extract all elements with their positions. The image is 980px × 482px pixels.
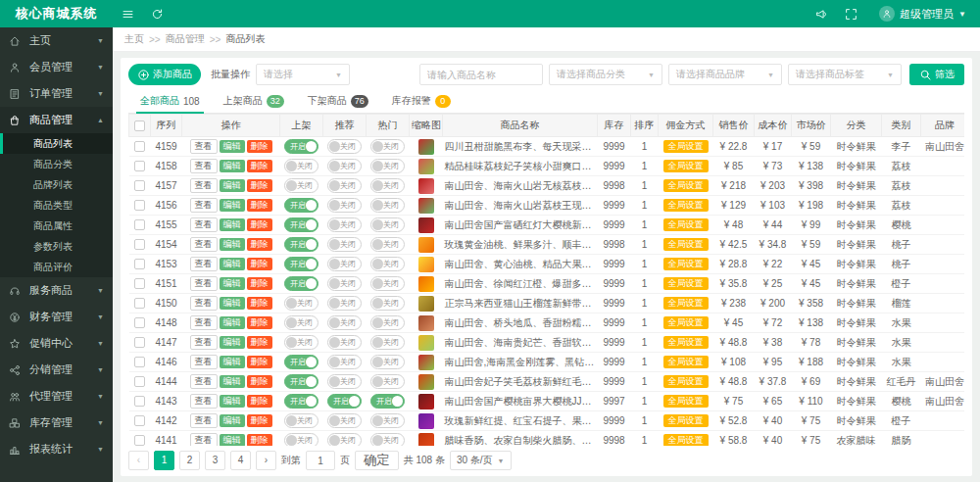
delete-button[interactable]: 删除 <box>247 199 272 212</box>
shelf-toggle[interactable]: 关闭 <box>284 335 318 350</box>
delete-button[interactable]: 删除 <box>247 297 272 310</box>
edit-button[interactable]: 编辑 <box>220 375 245 388</box>
edit-button[interactable]: 编辑 <box>220 160 245 172</box>
sidebar-subitem[interactable]: 商品分类 <box>0 154 113 174</box>
row-checkbox[interactable] <box>134 337 145 348</box>
shelf-toggle[interactable]: 开启 <box>284 374 318 389</box>
delete-button[interactable]: 删除 <box>247 218 272 231</box>
hot-toggle[interactable]: 关闭 <box>370 433 405 446</box>
category-select[interactable]: 请选择商品分类 ▼ <box>549 64 662 85</box>
edit-button[interactable]: 编辑 <box>220 414 245 427</box>
delete-button[interactable]: 删除 <box>247 179 272 192</box>
row-checkbox[interactable] <box>134 259 145 269</box>
row-checkbox[interactable] <box>134 219 145 230</box>
sidebar-item-2[interactable]: 订单管理▼ <box>0 80 113 107</box>
edit-button[interactable]: 编辑 <box>220 179 245 192</box>
shelf-toggle[interactable]: 开启 <box>284 217 318 232</box>
row-checkbox[interactable] <box>134 376 145 387</box>
commission-setting-button[interactable]: 全局设置 <box>663 277 709 290</box>
sidebar-item-3[interactable]: 商品管理▲ <box>0 107 113 133</box>
sidebar-item-6[interactable]: 促销中心▼ <box>0 330 113 357</box>
view-button[interactable]: 查看 <box>190 296 218 311</box>
sidebar-item-9[interactable]: 库存管理▼ <box>0 410 113 436</box>
commission-setting-button[interactable]: 全局设置 <box>663 199 709 212</box>
recommend-toggle[interactable]: 关闭 <box>327 217 362 232</box>
shelf-toggle[interactable]: 关闭 <box>284 178 318 193</box>
recommend-toggle[interactable]: 关闭 <box>327 257 362 271</box>
view-button[interactable]: 查看 <box>190 355 218 369</box>
admin-menu[interactable]: 超级管理员 ▼ <box>865 6 980 22</box>
recommend-toggle[interactable]: 开启 <box>327 394 362 409</box>
commission-setting-button[interactable]: 全局设置 <box>663 297 709 310</box>
sidebar-item-0[interactable]: 主页▼ <box>0 27 113 54</box>
refresh-button[interactable] <box>142 0 172 27</box>
row-checkbox[interactable] <box>134 415 145 426</box>
delete-button[interactable]: 删除 <box>247 140 272 153</box>
shelf-toggle[interactable]: 开启 <box>284 276 318 291</box>
commission-setting-button[interactable]: 全局设置 <box>663 356 709 368</box>
view-button[interactable]: 查看 <box>190 335 218 350</box>
sidebar-item-10[interactable]: 报表统计▼ <box>0 436 113 462</box>
delete-button[interactable]: 删除 <box>247 160 272 172</box>
row-checkbox[interactable] <box>134 239 145 250</box>
select-all-checkbox[interactable] <box>134 120 145 131</box>
add-product-button[interactable]: 添加商品 <box>128 64 201 85</box>
shelf-toggle[interactable]: 开启 <box>284 139 318 154</box>
tab-0[interactable]: 全部商品108 <box>128 89 212 113</box>
recommend-toggle[interactable]: 关闭 <box>327 198 362 213</box>
announcement-button[interactable] <box>807 0 836 27</box>
brand-select[interactable]: 请选择商品品牌 ▼ <box>668 64 782 85</box>
recommend-toggle[interactable]: 关闭 <box>327 276 362 291</box>
hot-toggle[interactable]: 开启 <box>370 394 405 409</box>
hot-toggle[interactable]: 关闭 <box>370 178 405 193</box>
page-button-3[interactable]: 3 <box>205 451 225 470</box>
recommend-toggle[interactable]: 关闭 <box>327 413 362 428</box>
recommend-toggle[interactable]: 关闭 <box>327 315 362 330</box>
prev-page-button[interactable]: ‹ <box>128 451 149 470</box>
sidebar-subitem[interactable]: 商品列表 <box>0 133 113 154</box>
view-button[interactable]: 查看 <box>190 257 218 271</box>
hot-toggle[interactable]: 关闭 <box>370 198 405 213</box>
edit-button[interactable]: 编辑 <box>220 395 245 408</box>
delete-button[interactable]: 删除 <box>247 375 272 388</box>
edit-button[interactable]: 编辑 <box>220 316 245 329</box>
hot-toggle[interactable]: 关闭 <box>370 276 405 291</box>
commission-setting-button[interactable]: 全局设置 <box>663 218 709 231</box>
hot-toggle[interactable]: 关闭 <box>370 355 405 369</box>
row-checkbox[interactable] <box>134 357 145 367</box>
tab-3[interactable]: 库存报警0 <box>380 89 463 113</box>
edit-button[interactable]: 编辑 <box>220 277 245 290</box>
shelf-toggle[interactable]: 开启 <box>284 237 318 252</box>
view-button[interactable]: 查看 <box>190 276 218 291</box>
delete-button[interactable]: 删除 <box>247 414 272 427</box>
delete-button[interactable]: 删除 <box>247 336 272 349</box>
hot-toggle[interactable]: 关闭 <box>370 296 405 311</box>
sidebar-subitem[interactable]: 商品评价 <box>0 257 113 277</box>
page-button-1[interactable]: 1 <box>154 451 174 470</box>
recommend-toggle[interactable]: 关闭 <box>327 237 362 252</box>
sidebar-item-7[interactable]: 分销管理▼ <box>0 357 113 383</box>
page-button-2[interactable]: 2 <box>179 451 200 470</box>
fullscreen-button[interactable] <box>836 0 865 27</box>
shelf-toggle[interactable]: 关闭 <box>284 315 318 330</box>
batch-select[interactable]: 请选择 ▼ <box>256 64 350 85</box>
recommend-toggle[interactable]: 关闭 <box>327 374 362 389</box>
recommend-toggle[interactable]: 关闭 <box>327 433 362 446</box>
product-name-input[interactable] <box>419 64 543 85</box>
view-button[interactable]: 查看 <box>190 374 218 389</box>
view-button[interactable]: 查看 <box>190 159 218 173</box>
view-button[interactable]: 查看 <box>190 139 218 154</box>
row-checkbox[interactable] <box>134 435 145 446</box>
row-checkbox[interactable] <box>134 180 145 191</box>
view-button[interactable]: 查看 <box>190 198 218 213</box>
commission-setting-button[interactable]: 全局设置 <box>663 414 709 427</box>
row-checkbox[interactable] <box>134 396 145 407</box>
edit-button[interactable]: 编辑 <box>220 297 245 310</box>
delete-button[interactable]: 删除 <box>247 395 272 408</box>
hot-toggle[interactable]: 关闭 <box>370 374 405 389</box>
sidebar-item-1[interactable]: 会员管理▼ <box>0 54 113 80</box>
commission-setting-button[interactable]: 全局设置 <box>663 434 709 446</box>
breadcrumb-item[interactable]: 商品管理 <box>166 32 205 46</box>
commission-setting-button[interactable]: 全局设置 <box>663 160 709 172</box>
view-button[interactable]: 查看 <box>190 433 218 446</box>
